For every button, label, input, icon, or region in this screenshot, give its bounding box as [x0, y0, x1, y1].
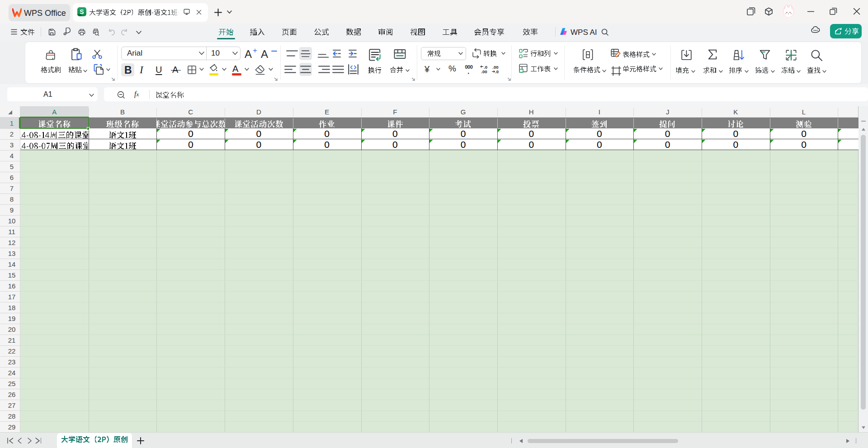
svg-text:.0: .0	[484, 65, 487, 70]
svg-text:.00: .00	[481, 69, 487, 74]
svg-text:,: ,	[467, 68, 469, 74]
svg-text:.00: .00	[492, 65, 498, 70]
svg-text:.0: .0	[495, 69, 499, 74]
